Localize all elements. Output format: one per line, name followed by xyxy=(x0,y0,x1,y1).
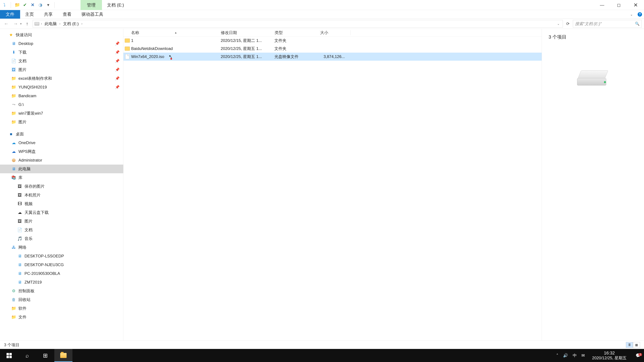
view-thumbnails-button[interactable]: ▦ xyxy=(633,342,640,348)
music-icon: 🎵 xyxy=(18,236,22,241)
column-type[interactable]: 类型 xyxy=(275,30,320,35)
nav-lib-item[interactable]: 🎞视频 xyxy=(0,199,123,208)
nav-quick-item[interactable]: 📁YUNQISHI2019📌 xyxy=(0,83,123,91)
pin-icon: 📌 xyxy=(115,67,120,72)
taskbar-search-button[interactable]: ⌕ xyxy=(18,349,36,362)
refresh-button[interactable]: ⟳ xyxy=(564,21,571,26)
search-icon[interactable]: 🔍 xyxy=(635,22,640,26)
nav-net-item[interactable]: 🖥DESKTOP-NJEU3CG xyxy=(0,260,123,269)
file-row[interactable]: 1 2020/12/15, 星期二 1... 文件夹 xyxy=(124,36,542,44)
taskbar-clock[interactable]: 16:32 2020/12/25, 星期五 xyxy=(590,351,629,361)
nav-desktop[interactable]: ■桌面 xyxy=(0,130,123,138)
ribbon-tab-home[interactable]: 主页 xyxy=(20,10,39,18)
nav-lib-item[interactable]: 🖼本机照片 xyxy=(0,191,123,199)
nav-back-button[interactable]: ← xyxy=(2,20,10,28)
pin-icon: 📌 xyxy=(115,76,120,81)
folder-icon: 📁 xyxy=(12,93,16,98)
nav-desktop-item[interactable]: ☁OneDrive xyxy=(0,138,123,147)
nav-history-dropdown-icon[interactable]: ▾ xyxy=(20,22,22,26)
nav-quick-item[interactable]: 📁图片 xyxy=(0,118,123,126)
ribbon-tab-file[interactable]: 文件 xyxy=(0,10,20,18)
column-size[interactable]: 大小 xyxy=(320,30,350,35)
properties-icon[interactable]: ◑ xyxy=(38,3,43,7)
ribbon-tab-view[interactable]: 查看 xyxy=(58,10,76,18)
nav-label: 本机照片 xyxy=(24,192,40,198)
nav-net-item[interactable]: 🖥ZMT2019 xyxy=(0,278,123,287)
nav-quick-item[interactable]: ⬇下载📌 xyxy=(0,48,123,57)
nav-desktop-item[interactable]: ☁WPS网盘 xyxy=(0,147,123,156)
nav-desktop-item[interactable]: Administrator xyxy=(0,156,123,165)
maximize-button[interactable]: ◻ xyxy=(610,0,627,10)
start-button[interactable] xyxy=(0,349,18,362)
nav-folder-item[interactable]: 📁文件 xyxy=(0,313,123,322)
nav-libraries[interactable]: 📚库 xyxy=(0,173,123,182)
view-details-button[interactable]: ≣ xyxy=(626,342,633,348)
address-bar[interactable]: › 此电脑 › 文档 (E:) › ⌄ xyxy=(33,20,563,28)
nav-quick-item[interactable]: 📁Bandicam xyxy=(0,91,123,100)
nav-lib-item[interactable]: 📄文档 xyxy=(0,226,123,234)
nav-up-button[interactable]: ↑ xyxy=(23,20,31,28)
address-bar-row: ← → ▾ ↑ › 此电脑 › 文档 (E:) › ⌄ ⟳ 搜索"文档 (E:)… xyxy=(0,19,644,29)
nav-label: G:\ xyxy=(18,102,24,107)
folder-icon xyxy=(124,38,131,42)
context-tab-drive-tools[interactable]: 管理 xyxy=(80,0,102,10)
nav-network[interactable]: 🖧网络 xyxy=(0,243,123,252)
nav-label: Bandicam xyxy=(18,93,36,98)
nav-label: 此电脑 xyxy=(18,166,30,172)
nav-folder-item[interactable]: 📁软件 xyxy=(0,304,123,313)
nav-quick-item[interactable]: 📄文档📌 xyxy=(0,57,123,65)
library-icon: 📚 xyxy=(12,175,16,180)
nav-net-item[interactable]: 🖥DESKTOP-LSSOEDP xyxy=(0,252,123,260)
file-row-selected[interactable]: Win7x64_2020.iso 2020/12/25, 星期五 1... 光盘… xyxy=(124,53,542,61)
file-row[interactable]: BaiduNetdiskDownload 2020/12/25, 星期五 1..… xyxy=(124,44,542,53)
nav-quick-access[interactable]: ★快速访问 xyxy=(0,30,123,39)
onedrive-icon: ☁ xyxy=(12,140,16,145)
nav-quick-item[interactable]: 🖼图片📌 xyxy=(0,65,123,74)
nav-control-panel[interactable]: ⚙控制面板 xyxy=(0,287,123,295)
action-center-button[interactable]: 💬 3 xyxy=(634,353,642,358)
breadcrumb-sep[interactable]: › xyxy=(59,22,60,25)
column-name[interactable]: 名称▲ xyxy=(124,30,221,35)
breadcrumb-sep[interactable]: › xyxy=(81,22,82,25)
ribbon-tab-drive-tools[interactable]: 驱动器工具 xyxy=(76,10,108,18)
nav-quick-item[interactable]: 📁win7重装win7 xyxy=(0,109,123,118)
close-button[interactable]: ✕ xyxy=(627,0,644,10)
nav-lib-item[interactable]: ☁天翼云盘下载 xyxy=(0,208,123,217)
nav-quick-item[interactable]: 📁excel表格制作求和📌 xyxy=(0,74,123,83)
breadcrumb-sep[interactable]: › xyxy=(41,22,42,25)
checkmark-icon[interactable]: ✔ xyxy=(23,3,27,7)
breadcrumb-current[interactable]: 文档 (E:) xyxy=(62,21,80,26)
folder-icon[interactable]: 📁 xyxy=(15,3,20,7)
search-box[interactable]: 搜索"文档 (E:)" 🔍 xyxy=(573,20,642,28)
recycle-bin-icon: 🗑 xyxy=(12,297,16,302)
minimize-button[interactable]: — xyxy=(594,0,610,10)
column-date[interactable]: 修改日期 xyxy=(221,30,274,35)
nav-lib-item[interactable]: 🎵音乐 xyxy=(0,234,123,243)
nav-forward-button[interactable]: → xyxy=(12,20,20,28)
nav-this-pc[interactable]: 🖥此电脑 xyxy=(0,165,123,173)
nav-net-item[interactable]: 🖥PC-20190530OBLA xyxy=(0,269,123,278)
tray-app-icon[interactable]: ✉ xyxy=(582,353,585,358)
ime-indicator[interactable]: 中 xyxy=(573,353,577,358)
window-title: 文档 (E:) xyxy=(102,0,129,10)
nav-lib-item[interactable]: 🖼图片 xyxy=(0,217,123,226)
ribbon-expand-icon[interactable]: ⌄ xyxy=(627,10,636,18)
nav-recycle-bin[interactable]: 🗑回收站 xyxy=(0,295,123,304)
close-x-icon[interactable]: ✕ xyxy=(30,3,35,7)
drive-preview-icon xyxy=(577,70,609,85)
ribbon-tab-share[interactable]: 共享 xyxy=(39,10,58,18)
nav-quick-item[interactable]: ⤳G:\ xyxy=(0,100,123,109)
tray-overflow-icon[interactable]: ˄ xyxy=(556,353,558,358)
address-dropdown-icon[interactable]: ⌄ xyxy=(556,22,561,26)
breadcrumb-this-pc[interactable]: 此电脑 xyxy=(44,21,58,26)
nav-quick-item[interactable]: 🖥Desktop📌 xyxy=(0,39,123,48)
pin-icon: 📌 xyxy=(115,59,120,63)
qat-dropdown-icon[interactable]: ▾ xyxy=(46,3,50,7)
help-button[interactable]: ? xyxy=(636,10,644,18)
nav-lib-item[interactable]: 🖼保存的图片 xyxy=(0,182,123,191)
taskbar-explorer-button[interactable] xyxy=(54,349,72,362)
task-view-button[interactable]: ⊞ xyxy=(36,349,54,362)
volume-icon[interactable]: 🔊 xyxy=(563,353,568,358)
nav-label: Desktop xyxy=(18,41,33,46)
preview-item-count: 3 个项目 xyxy=(548,34,637,40)
